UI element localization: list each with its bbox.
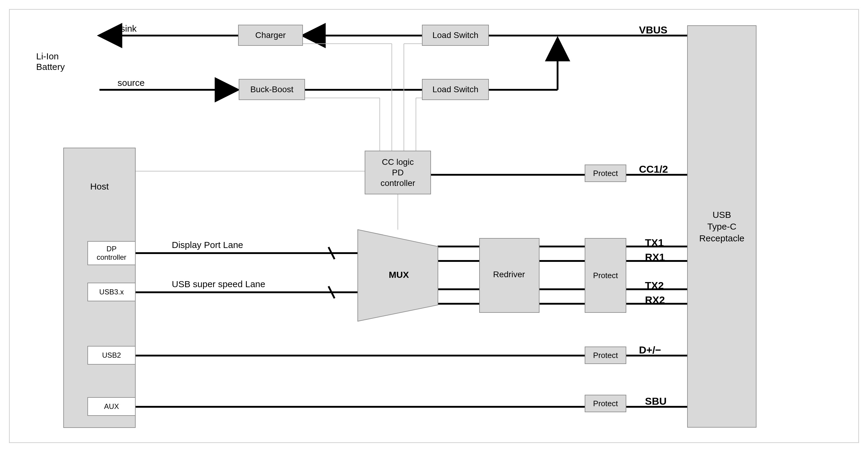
cc12-label: CC1/2 xyxy=(639,163,668,175)
receptacle-block: USB Type-C Receptacle xyxy=(687,25,756,428)
receptacle-text: USB Type-C Receptacle xyxy=(699,209,744,244)
tx1-label: TX1 xyxy=(645,237,664,249)
aux-block: AUX xyxy=(87,397,135,416)
usb2-block: USB2 xyxy=(87,346,135,365)
aux-text: AUX xyxy=(104,402,119,411)
mux-text: MUX xyxy=(389,270,409,280)
dp-controller-block: DP controller xyxy=(87,241,135,265)
protect-d-text: Protect xyxy=(593,351,618,360)
host-text: Host xyxy=(90,182,109,192)
protect-sbu-block: Protect xyxy=(585,395,626,412)
protect-sbu-text: Protect xyxy=(593,399,618,408)
rx2-label: RX2 xyxy=(645,294,665,306)
source-label: source xyxy=(118,78,145,88)
ss time-sslane-label: USB super speed Lane xyxy=(172,279,265,289)
tx2-label: TX2 xyxy=(645,280,664,291)
cc-controller-text: CC logic PD controller xyxy=(380,157,415,188)
charger-block: Charger xyxy=(238,25,303,46)
loadswitch2-block: Load Switch xyxy=(422,79,489,100)
protect-cc-block: Protect xyxy=(585,164,626,182)
redriver-text: Redriver xyxy=(493,270,525,279)
usb2-text: USB2 xyxy=(102,351,121,359)
protect-d-block: Protect xyxy=(585,347,626,364)
protect-hs-block: Protect xyxy=(585,238,626,313)
dp-lane-label: Display Port Lane xyxy=(172,240,243,250)
loadswitch1-text: Load Switch xyxy=(433,30,478,40)
battery-label: Li-Ion Battery xyxy=(36,51,65,72)
loadswitch1-block: Load Switch xyxy=(422,25,489,46)
usb3-block: USB3.x xyxy=(87,283,135,301)
vbus-label: VBUS xyxy=(639,24,667,36)
dpm-label: D+/− xyxy=(639,344,661,356)
protect-cc-text: Protect xyxy=(593,169,618,178)
sink-label: sink xyxy=(121,24,136,34)
cc-controller-block: CC logic PD controller xyxy=(365,151,431,194)
protect-hs-text: Protect xyxy=(593,271,618,280)
sbu-label: SBU xyxy=(645,395,667,407)
usb3-text: USB3.x xyxy=(99,288,124,296)
charger-text: Charger xyxy=(255,30,286,40)
diagram-root: Li-Ion Battery sink source Charger Buck-… xyxy=(0,0,868,452)
buckboost-text: Buck-Boost xyxy=(250,85,293,94)
buckboost-block: Buck-Boost xyxy=(239,79,305,100)
loadswitch2-text: Load Switch xyxy=(433,85,478,94)
dp-controller-text: DP controller xyxy=(97,245,127,261)
rx1-label: RX1 xyxy=(645,251,665,263)
